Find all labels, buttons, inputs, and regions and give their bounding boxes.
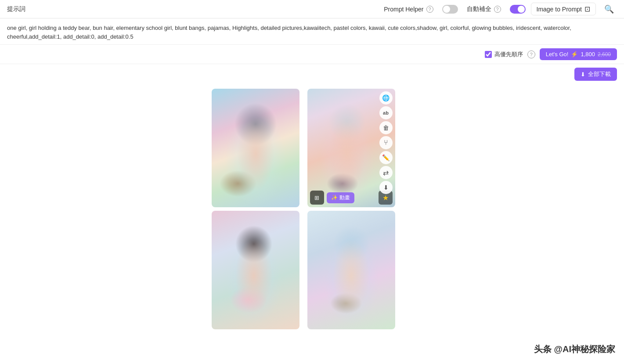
image-cell-4[interactable] bbox=[307, 211, 395, 329]
page-title: 提示詞 bbox=[7, 5, 375, 13]
animate-button[interactable]: ✨ 動畫 bbox=[327, 192, 354, 203]
grid-icon: ⊞ bbox=[314, 195, 319, 201]
download-icon: ⬇ bbox=[383, 184, 389, 191]
prompt-helper-toggle[interactable] bbox=[442, 5, 458, 14]
help-circle-icon: ? bbox=[426, 6, 433, 13]
priority-checkbox[interactable] bbox=[485, 51, 492, 58]
image-cell-3[interactable] bbox=[212, 211, 299, 329]
download-all-bar: ⬇ 全部下載 bbox=[0, 64, 624, 84]
search-button[interactable]: 🔍 bbox=[601, 1, 617, 17]
delete-action-button[interactable]: 🗑 bbox=[379, 121, 393, 134]
swap-icon: ⇄ bbox=[383, 169, 389, 177]
trash-icon: 🗑 bbox=[383, 124, 389, 131]
image-scan-icon: ⊡ bbox=[584, 5, 590, 13]
globe-icon: 🌐 bbox=[382, 94, 390, 101]
credit-current: 1,800 bbox=[581, 51, 595, 58]
priority-checkbox-label[interactable]: 高優先順序 bbox=[485, 50, 523, 58]
lets-go-label: Let's Go! bbox=[546, 51, 569, 58]
text-action-button[interactable]: ab bbox=[379, 106, 393, 119]
lets-go-button[interactable]: Let's Go! ⚡ 1,800 2,600 bbox=[540, 48, 617, 60]
edit-action-button[interactable]: ✏️ bbox=[379, 151, 393, 164]
auto-complete-toggle[interactable] bbox=[510, 5, 526, 14]
video-mode-button[interactable]: ⊞ bbox=[310, 191, 324, 205]
image-grid: 🌐 ab 🗑 ⑂ ✏️ ⇄ ⬇ bbox=[212, 89, 413, 329]
priority-label: 高優先順序 bbox=[494, 50, 523, 58]
fork-icon: ⑂ bbox=[384, 139, 388, 147]
priority-help-icon[interactable]: ? bbox=[527, 50, 535, 58]
image-cell-1[interactable] bbox=[212, 89, 299, 207]
download-all-label: 全部下載 bbox=[588, 70, 611, 78]
globe-action-button[interactable]: 🌐 bbox=[379, 91, 393, 105]
spark-icon: ⚡ bbox=[571, 51, 578, 58]
auto-complete-label: 自動補全 bbox=[467, 5, 491, 13]
action-bar: 高優先順序 ? Let's Go! ⚡ 1,800 2,600 bbox=[0, 45, 624, 64]
sparkle-icon: ✨ bbox=[331, 195, 338, 201]
images-section: 🌐 ab 🗑 ⑂ ✏️ ⇄ ⬇ bbox=[0, 84, 624, 338]
image-to-prompt-button[interactable]: Image to Prompt ⊡ bbox=[531, 3, 596, 15]
image-to-prompt-label: Image to Prompt bbox=[537, 6, 582, 13]
download-all-button[interactable]: ⬇ 全部下載 bbox=[574, 68, 617, 81]
header: 提示詞 Prompt Helper ? 自動補全 ? Image to Prom… bbox=[0, 0, 624, 18]
download-all-icon: ⬇ bbox=[581, 71, 585, 78]
image-action-panel: 🌐 ab 🗑 ⑂ ✏️ ⇄ ⬇ bbox=[379, 91, 393, 194]
prompt-helper-label: Prompt Helper bbox=[384, 6, 423, 13]
text-icon: ab bbox=[383, 110, 389, 115]
star-icon: ★ bbox=[382, 194, 389, 202]
swap-action-button[interactable]: ⇄ bbox=[379, 166, 393, 179]
image-cell-2-wrapper: 🌐 ab 🗑 ⑂ ✏️ ⇄ ⬇ bbox=[307, 89, 395, 207]
search-icon: 🔍 bbox=[604, 4, 614, 14]
animate-label: 動畫 bbox=[339, 194, 350, 202]
pencil-icon: ✏️ bbox=[382, 154, 390, 161]
fork-action-button[interactable]: ⑂ bbox=[379, 136, 393, 149]
watermark-text: 头条 @AI神秘探险家 bbox=[534, 344, 615, 354]
prompt-text: one girl, girl holding a teddy bear, bun… bbox=[7, 24, 617, 41]
download-action-button[interactable]: ⬇ bbox=[379, 181, 393, 194]
watermark: 头条 @AI神秘探险家 bbox=[534, 343, 615, 355]
credit-original: 2,600 bbox=[598, 51, 611, 58]
prompt-helper-button[interactable]: Prompt Helper ? bbox=[380, 4, 436, 14]
help-circle-icon-2: ? bbox=[494, 6, 501, 13]
auto-complete-button[interactable]: 自動補全 ? bbox=[463, 4, 505, 15]
prompt-area: one girl, girl holding a teddy bear, bun… bbox=[0, 18, 624, 45]
